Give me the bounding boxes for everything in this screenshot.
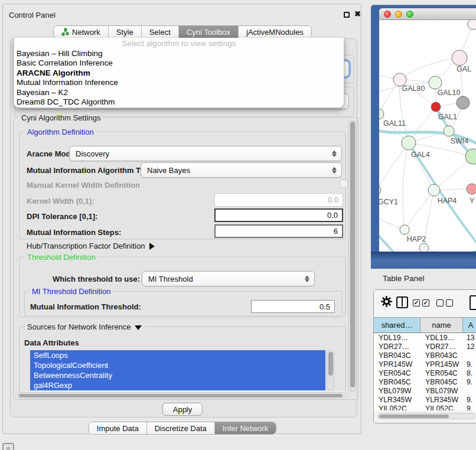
combo-arrows-icon xyxy=(332,166,337,175)
table-row[interactable]: YBL079WYBL079W xyxy=(374,387,476,396)
aracne-mode-select[interactable]: Discovery xyxy=(69,146,342,161)
deselect-all-checkbox-icon[interactable] xyxy=(436,299,444,306)
network-node[interactable] xyxy=(431,102,441,112)
manual-kernel-checkbox[interactable] xyxy=(340,180,348,188)
hub-definition-label: Hub/Transcription Factor Definition xyxy=(27,242,145,250)
tab-select[interactable]: Select xyxy=(142,26,179,38)
network-node[interactable] xyxy=(468,20,476,30)
table-row[interactable]: YER054CYER054C8. xyxy=(374,369,476,378)
tab-discretize-data[interactable]: Discretize Data xyxy=(147,422,215,434)
network-node[interactable] xyxy=(457,96,470,109)
export-table-icon[interactable] xyxy=(470,295,476,310)
float-window-icon[interactable] xyxy=(344,12,350,18)
aracne-mode-value: Discovery xyxy=(76,149,109,158)
data-attributes-list[interactable]: SelfLoopsTopologicalCoefficientBetweenne… xyxy=(30,350,325,390)
settings-horizontal-scrollbar[interactable] xyxy=(17,392,347,399)
mi-type-select[interactable]: Naive Bayes xyxy=(141,162,342,178)
collapsed-arrow-icon xyxy=(149,243,155,250)
dropdown-item[interactable]: ARACNE Algorithm xyxy=(14,69,344,78)
network-node[interactable] xyxy=(429,76,442,89)
network-edge[interactable] xyxy=(403,143,409,230)
tab-jactivemnodules[interactable]: jActiveMNodules xyxy=(239,26,311,38)
tab-infer-network[interactable]: Infer Network xyxy=(215,422,276,434)
dropdown-item[interactable]: Basic Correlation Inference xyxy=(14,58,344,68)
network-node[interactable] xyxy=(452,50,467,66)
dropdown-item[interactable]: Bayesian – Hill Climbing xyxy=(14,49,344,58)
apply-button[interactable]: Apply xyxy=(162,403,203,416)
table-panel-window: ✓ ✓ shared… name A YDL19…YDL19…13YDR27…Y… xyxy=(373,289,476,423)
network-graph: GALGAL80GAL10GAL1GAL11SWI4GAL4HAP4YGCY1H… xyxy=(379,20,476,252)
network-node[interactable] xyxy=(467,184,476,194)
attribute-list-item[interactable]: SelfLoops xyxy=(30,350,325,360)
tab-impute-data[interactable]: Impute Data xyxy=(89,422,147,434)
manual-kernel-label: Manual Kernel Width Definition xyxy=(27,181,140,190)
attribute-list-item[interactable]: TopologicalCoefficient xyxy=(30,360,325,370)
which-threshold-value: MI Threshold xyxy=(148,275,193,283)
minimized-panel-icon[interactable] xyxy=(2,443,14,450)
network-node[interactable] xyxy=(419,243,429,252)
mi-threshold-field[interactable]: 0.5 xyxy=(251,300,335,313)
network-canvas[interactable]: GALGAL80GAL10GAL1GAL11SWI4GAL4HAP4YGCY1H… xyxy=(379,20,476,252)
mi-threshold-label: Mutual Information Threshold: xyxy=(30,302,141,311)
tab-network[interactable]: Network xyxy=(54,26,109,38)
kernel-width-field[interactable]: 0.0 xyxy=(214,193,343,207)
network-node-label: Y xyxy=(470,197,475,205)
dpi-tolerance-field[interactable]: 0.0 xyxy=(214,208,343,222)
dropdown-item[interactable]: Mutual Information Inference xyxy=(14,78,344,87)
table-horizontal-scrollbar[interactable] xyxy=(377,413,475,419)
zoom-traffic-light-icon[interactable] xyxy=(406,11,413,18)
column-header-name[interactable]: name xyxy=(420,318,463,332)
table-row[interactable]: YBR045CYBR045C9. xyxy=(374,378,476,387)
close-traffic-light-icon[interactable] xyxy=(384,11,391,18)
hub-definition-toggle[interactable]: Hub/Transcription Factor Definition xyxy=(27,242,155,250)
dropdown-placeholder: Select algorithm to view settings xyxy=(14,38,344,49)
table-row[interactable]: YDR27…YDR27…12 xyxy=(374,343,476,351)
minimize-traffic-light-icon[interactable] xyxy=(395,11,402,18)
table-row[interactable]: YIL052CYIL052C9. xyxy=(374,405,476,410)
network-node[interactable] xyxy=(402,136,416,150)
tab-style[interactable]: Style xyxy=(109,26,142,38)
select-all-checkbox2-icon[interactable]: ✓ xyxy=(422,299,429,306)
mi-steps-field[interactable]: 6 xyxy=(214,224,343,238)
network-node-label: GAL1 xyxy=(438,113,457,121)
table-header-row: shared… name A xyxy=(374,317,476,333)
attribute-list-item[interactable]: gal4RGexp xyxy=(30,380,325,390)
table-row[interactable]: YBR043CYBR043C xyxy=(374,351,476,360)
mi-type-value: Naive Bayes xyxy=(147,166,190,175)
dropdown-item[interactable]: Bayesian – K2 xyxy=(14,88,344,97)
split-columns-icon[interactable] xyxy=(396,296,408,308)
which-threshold-select[interactable]: MI Threshold xyxy=(142,271,315,286)
settings-vertical-scrollbar[interactable] xyxy=(348,120,356,392)
column-header-partial[interactable]: A xyxy=(463,318,476,332)
select-all-checkbox-icon[interactable]: ✓ xyxy=(413,299,420,306)
which-threshold-label: Which threshold to use: xyxy=(53,275,140,283)
table-rows[interactable]: YDL19…YDL19…13YDR27…YDR27…12YBR043CYBR04… xyxy=(374,334,476,410)
column-header-shared-name[interactable]: shared… xyxy=(374,318,420,332)
network-edge[interactable] xyxy=(405,190,434,230)
combo-arrows-icon xyxy=(332,149,337,158)
kernel-width-label: Kernel Width (0,1): xyxy=(27,197,94,206)
network-node[interactable] xyxy=(444,126,454,136)
table-row[interactable]: YPR145WYPR145W9. xyxy=(374,360,476,369)
combo-arrows-icon xyxy=(305,275,309,283)
attributes-list-scrollbar[interactable] xyxy=(327,350,334,390)
dropdown-item[interactable]: Dream8 DC_TDC Algorithm xyxy=(14,97,344,107)
gear-icon[interactable] xyxy=(381,296,392,307)
network-node-label: GCY1 xyxy=(379,198,398,206)
network-node-label: GAL4 xyxy=(411,151,430,159)
mi-type-label: Mutual Information Algorithm Type: xyxy=(27,166,156,175)
close-icon[interactable]: ✖ xyxy=(354,9,361,18)
network-node[interactable] xyxy=(428,184,440,196)
table-row[interactable]: YLR345WYLR345W9. xyxy=(374,396,476,405)
network-node-label: GAL80 xyxy=(402,84,425,93)
network-node[interactable] xyxy=(379,185,381,195)
network-edge[interactable] xyxy=(400,58,459,80)
network-node[interactable] xyxy=(400,225,409,234)
deselect-all-checkbox2-icon[interactable] xyxy=(446,299,453,306)
network-window-titlebar[interactable] xyxy=(379,8,476,20)
network-node[interactable] xyxy=(379,109,384,119)
tab-cyni-toolbox[interactable]: Cyni Toolbox xyxy=(179,26,239,38)
bottom-tab-bar: Impute DataDiscretize DataInfer Network xyxy=(3,422,362,435)
attribute-list-item[interactable]: BetweennessCentrality xyxy=(30,370,325,380)
table-row[interactable]: YDL19…YDL19…13 xyxy=(374,334,476,343)
